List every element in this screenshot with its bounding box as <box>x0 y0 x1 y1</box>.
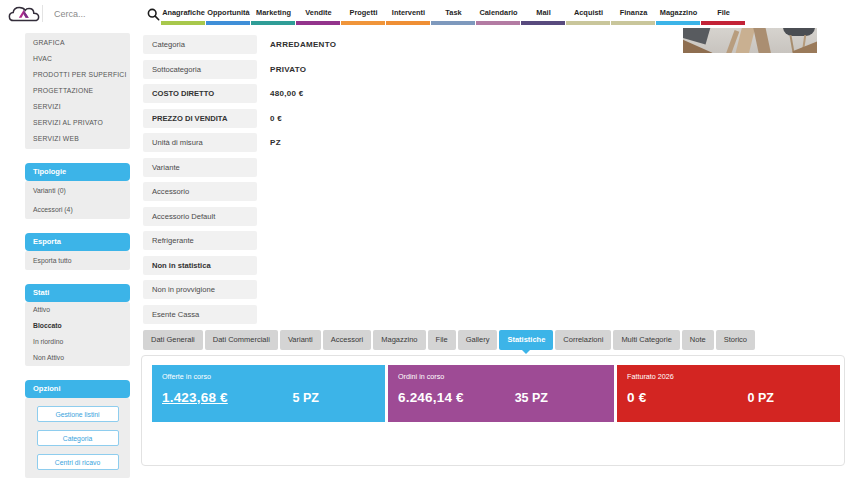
stat-card-values: 0 €0 PZ <box>617 381 840 405</box>
sidebar-section-title-opzioni: Opzioni <box>25 380 130 398</box>
menu-item-label: Acquisti <box>566 8 611 17</box>
menu-item-acquisti[interactable]: Acquisti <box>566 0 611 28</box>
field-label: Unità di misura <box>143 133 257 152</box>
menu-item-file[interactable]: File <box>701 0 746 28</box>
form-row-categoria: CategoriaARREDAMENTO <box>143 35 336 54</box>
menu-item-marketing[interactable]: Marketing <box>251 0 296 28</box>
sidebar-item-in-riordino[interactable]: In riordino <box>25 334 130 350</box>
sidebar-category-prodotti-per-superfici[interactable]: PRODOTTI PER SUPERFICI <box>25 67 130 83</box>
menu-item-finanza[interactable]: Finanza <box>611 0 656 28</box>
form-row-esente-cassa: Esente Cassa <box>143 305 336 324</box>
menu-item-opportunit[interactable]: Opportunità <box>206 0 251 28</box>
product-photo[interactable] <box>683 28 817 53</box>
tab-bar: Dati GeneraliDati CommercialiVariantiAcc… <box>143 330 755 350</box>
menu-underline <box>251 21 295 25</box>
stat-card-title: Offerte in corso <box>152 365 385 381</box>
app-logo-icon[interactable] <box>7 3 41 25</box>
search-input[interactable] <box>54 5 138 22</box>
menu-item-label: Mail <box>521 8 566 17</box>
tab-correlazioni[interactable]: Correlazioni <box>555 330 611 350</box>
menu-underline <box>386 21 430 25</box>
search-icon[interactable] <box>147 7 160 20</box>
field-value: 0 € <box>270 114 282 123</box>
menu-item-label: Task <box>431 8 476 17</box>
photo-table-leg <box>753 28 772 53</box>
sidebar-category-progettazione[interactable]: PROGETTAZIONE <box>25 83 130 99</box>
field-label: Refrigerante <box>143 231 257 250</box>
form-row-unit-di-misura: Unità di misuraPZ <box>143 133 336 152</box>
sidebar-sections: TipologieVarianti (0)Accessori (4)Esport… <box>25 163 130 478</box>
stat-card-offerte-in-corso: Offerte in corso1.423,68 €5 PZ <box>152 365 385 422</box>
menu-underline <box>701 21 745 25</box>
tab-gallery[interactable]: Gallery <box>458 330 498 350</box>
menu-item-label: Marketing <box>251 8 296 17</box>
tab-accessori[interactable]: Accessori <box>323 330 372 350</box>
category-list: GRAFICAHVACPRODOTTI PER SUPERFICIPROGETT… <box>25 33 130 149</box>
sidebar-category-servizi[interactable]: SERVIZI <box>25 99 130 115</box>
sidebar-item-bloccato[interactable]: Bloccato <box>25 318 130 334</box>
stat-card-values: 6.246,14 €35 PZ <box>388 381 614 405</box>
stat-cards: Offerte in corso1.423,68 €5 PZOrdini in … <box>152 365 840 422</box>
stat-card-fatturato-2026: Fatturato 20260 €0 PZ <box>617 365 840 422</box>
tab-magazzino[interactable]: Magazzino <box>373 330 425 350</box>
menu-underline <box>161 21 205 25</box>
field-value: PRIVATO <box>270 65 306 74</box>
field-label: PREZZO DI VENDITA <box>143 109 257 128</box>
field-label: Esente Cassa <box>143 305 257 324</box>
tab-varianti[interactable]: Varianti <box>280 330 321 350</box>
menu-item-vendite[interactable]: Vendite <box>296 0 341 28</box>
sidebar-category-grafica[interactable]: GRAFICA <box>25 35 130 51</box>
stat-card-amount[interactable]: 1.423,68 € <box>162 390 228 405</box>
menu-item-label: File <box>701 8 746 17</box>
sidebar-panel-tipologie: Varianti (0)Accessori (4) <box>25 181 130 219</box>
form-row-accessorio: Accessorio <box>143 182 336 201</box>
tab-file[interactable]: File <box>428 330 456 350</box>
field-value: PZ <box>270 138 281 147</box>
sidebar-category-servizi-al-privato[interactable]: SERVIZI AL PRIVATO <box>25 115 130 131</box>
menu-item-progetti[interactable]: Progetti <box>341 0 386 28</box>
menu-item-calendario[interactable]: Calendario <box>476 0 521 28</box>
sidebar-panel-stati: AttivoBloccatoIn riordinoNon Attivo <box>25 302 130 366</box>
form-row-sottocategoria: SottocategoriaPRIVATO <box>143 60 336 79</box>
menu-item-mail[interactable]: Mail <box>521 0 566 28</box>
stat-card-quantity: 5 PZ <box>293 391 319 405</box>
menu-underline <box>296 21 340 25</box>
menu-item-magazzino[interactable]: Magazzino <box>656 0 701 28</box>
sidebar: GRAFICAHVACPRODOTTI PER SUPERFICIPROGETT… <box>25 33 130 478</box>
tab-statistiche[interactable]: Statistiche <box>499 330 553 350</box>
field-label: COSTO DIRETTO <box>143 84 257 103</box>
tab-dati-commerciali[interactable]: Dati Commerciali <box>205 330 278 350</box>
menu-item-interventi[interactable]: Interventi <box>386 0 431 28</box>
sidebar-section-title-stati: Stati <box>25 284 130 302</box>
menu-item-label: Magazzino <box>656 8 701 17</box>
sidebar-category-hvac[interactable]: HVAC <box>25 51 130 67</box>
stat-card-amount: 0 € <box>627 390 646 405</box>
gestione-listini-button[interactable]: Gestione listini <box>37 406 119 422</box>
top-bar: AnagraficheOpportunitàMarketingVenditePr… <box>0 0 850 28</box>
menu-underline <box>521 21 565 25</box>
field-label: Accessorio Default <box>143 207 257 226</box>
menu-item-anagrafiche[interactable]: Anagrafiche <box>161 0 206 28</box>
tab-dati-generali[interactable]: Dati Generali <box>143 330 203 350</box>
field-value: ARREDAMENTO <box>270 40 336 49</box>
stat-card-quantity: 0 PZ <box>748 391 774 405</box>
menu-underline <box>206 21 250 25</box>
field-label: Accessorio <box>143 182 257 201</box>
product-form: CategoriaARREDAMENTOSottocategoriaPRIVAT… <box>143 35 336 329</box>
sidebar-item-varianti-0[interactable]: Varianti (0) <box>25 181 130 200</box>
menu-item-task[interactable]: Task <box>431 0 476 28</box>
stat-card-ordini-in-corso: Ordini in corso6.246,14 €35 PZ <box>388 365 614 422</box>
sidebar-item-non-attivo[interactable]: Non Attivo <box>25 350 130 366</box>
centri-di-ricavo-button[interactable]: Centri di ricavo <box>37 454 119 470</box>
sidebar-item-attivo[interactable]: Attivo <box>25 302 130 318</box>
tab-note[interactable]: Note <box>682 330 714 350</box>
tab-storico[interactable]: Storico <box>716 330 755 350</box>
menu-item-label: Opportunità <box>206 8 251 17</box>
sidebar-item-accessori-4[interactable]: Accessori (4) <box>25 200 130 219</box>
tab-multi-categorie[interactable]: Multi Categorie <box>613 330 679 350</box>
menu-item-label: Calendario <box>476 8 521 17</box>
categoria-button[interactable]: Categoria <box>37 430 119 446</box>
sidebar-item-esporta-tutto[interactable]: Esporta tutto <box>25 251 130 270</box>
sidebar-category-servizi-web[interactable]: SERVIZI WEB <box>25 131 130 147</box>
stat-card-amount: 6.246,14 € <box>398 390 464 405</box>
